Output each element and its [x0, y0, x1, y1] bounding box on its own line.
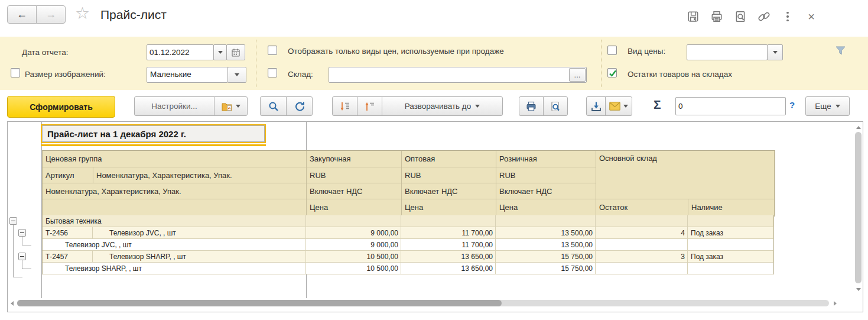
cell-wholesale[interactable]: 13 650,00 — [401, 251, 496, 263]
favorite-star-icon[interactable]: ☆ — [75, 4, 90, 23]
price-kind-input[interactable] — [687, 45, 767, 60]
only-sale-prices-checkbox[interactable] — [268, 46, 277, 55]
cell-retail[interactable]: 15 750,00 — [496, 251, 596, 263]
autosum-input[interactable] — [676, 98, 785, 115]
forward-button[interactable]: → — [36, 5, 66, 24]
print-button[interactable] — [519, 96, 544, 116]
cell-nomenclature[interactable]: Телевизор JVC, , шт — [43, 239, 306, 251]
header-stock[interactable]: Остаток — [596, 199, 688, 216]
cell-stock[interactable]: 4 — [596, 227, 688, 239]
report-date-dropdown-button[interactable] — [213, 44, 227, 60]
scroll-left-arrow[interactable] — [11, 301, 14, 306]
preview-icon[interactable] — [734, 10, 747, 23]
header-wholesale[interactable]: Оптовая — [402, 151, 496, 167]
cell-group-name[interactable]: Бытовая техника — [43, 215, 306, 227]
warehouse-input[interactable] — [329, 67, 568, 82]
cell-stock[interactable] — [596, 239, 688, 251]
cell-purchase[interactable]: 10 500,00 — [306, 251, 401, 263]
more-menu-icon[interactable] — [781, 10, 794, 23]
collapse-item-box[interactable] — [18, 229, 26, 237]
header-retail[interactable]: Розничная — [496, 151, 596, 167]
close-icon[interactable]: × — [805, 10, 818, 23]
print-icon[interactable] — [710, 10, 723, 23]
cell-availability[interactable] — [688, 215, 774, 227]
cell-nomenclature[interactable]: Телевизор SHARP, , шт — [43, 263, 306, 274]
cell-availability[interactable]: Под заказ — [688, 251, 774, 263]
search-next-button[interactable] — [286, 96, 313, 116]
cell-stock[interactable] — [596, 215, 688, 227]
header-nomenclature-2[interactable]: Номенклатура, Характеристика, Упак. — [43, 183, 307, 199]
cell-wholesale[interactable]: 13 650,00 — [401, 263, 496, 274]
settings-button[interactable]: Настройки... — [134, 96, 214, 116]
save-icon[interactable] — [687, 10, 700, 23]
cell-retail[interactable]: 13 500,00 — [496, 239, 596, 251]
header-article[interactable]: Артикул — [43, 167, 93, 183]
header-currency[interactable]: RUB — [402, 167, 496, 183]
header-price[interactable]: Цена — [496, 199, 596, 216]
price-kind-checkbox[interactable] — [607, 46, 617, 55]
cell-purchase[interactable]: 10 500,00 — [306, 263, 401, 274]
cell-availability[interactable]: Под заказ — [688, 227, 774, 239]
cell-wholesale[interactable]: 11 700,00 — [401, 239, 496, 251]
cell-purchase[interactable]: 9 000,00 — [306, 239, 401, 251]
scroll-down-arrow[interactable] — [856, 288, 861, 291]
scroll-up-arrow[interactable] — [856, 126, 861, 129]
autosum-icon[interactable]: Σ — [654, 98, 661, 112]
report-variants-button[interactable] — [214, 96, 248, 116]
cell-availability[interactable] — [688, 263, 774, 274]
header-price-group[interactable]: Ценовая группа — [43, 151, 307, 167]
help-icon[interactable]: ? — [789, 100, 795, 110]
header-price[interactable]: Цена — [402, 199, 496, 216]
header-vat[interactable]: Включает НДС — [402, 183, 496, 199]
cell-stock[interactable]: 3 — [596, 251, 688, 263]
collapse-groups-button[interactable] — [357, 96, 382, 116]
header-main-warehouse[interactable]: Основной склад — [596, 151, 775, 199]
price-kind-dropdown-button[interactable] — [767, 44, 783, 60]
image-size-dropdown-button[interactable] — [227, 67, 246, 83]
stock-balances-checkbox[interactable] — [607, 68, 617, 77]
header-availability[interactable]: Наличие — [688, 199, 775, 216]
header-purchase[interactable]: Закупочная — [307, 151, 402, 167]
expand-groups-button[interactable] — [332, 96, 357, 116]
print-preview-button[interactable] — [543, 96, 568, 116]
back-button[interactable]: ← — [7, 5, 37, 24]
cell-nomenclature[interactable]: Телевизор JVC, , шт — [93, 227, 306, 239]
header-vat[interactable]: Включает НДС — [307, 183, 402, 199]
send-email-button[interactable] — [605, 96, 632, 116]
horizontal-scrollbar-thumb[interactable] — [17, 300, 502, 306]
cell-retail[interactable]: 15 750,00 — [496, 263, 596, 274]
vertical-scrollbar-thumb[interactable] — [855, 132, 862, 283]
cell-article[interactable]: Т-2457 — [43, 251, 93, 263]
scroll-right-arrow[interactable] — [834, 301, 837, 306]
cell-retail[interactable]: 13 500,00 — [496, 227, 596, 239]
cell-article[interactable]: Т-2456 — [43, 227, 93, 239]
search-button[interactable] — [260, 96, 287, 116]
header-currency[interactable]: RUB — [307, 167, 402, 183]
header-currency[interactable]: RUB — [496, 167, 596, 183]
warehouse-choose-button[interactable]: ... — [569, 68, 586, 82]
report-date-input[interactable] — [147, 45, 213, 60]
collapse-item-box[interactable] — [18, 253, 26, 260]
collapse-group-box[interactable] — [9, 217, 17, 225]
image-size-combo[interactable]: Маленькие — [147, 67, 228, 83]
cell-wholesale[interactable]: 11 700,00 — [401, 227, 496, 239]
cell-retail[interactable] — [496, 215, 596, 227]
filter-settings-icon[interactable] — [834, 44, 847, 59]
header-price[interactable]: Цена — [307, 199, 402, 216]
warehouse-checkbox[interactable] — [268, 68, 277, 77]
expand-to-button[interactable]: Разворачивать до — [382, 96, 503, 116]
header-empty[interactable] — [43, 199, 307, 216]
report-title-cell[interactable]: Прайс-лист на 1 декабря 2022 г. — [42, 125, 265, 142]
save-file-button[interactable] — [586, 96, 606, 116]
image-size-checkbox[interactable] — [11, 68, 20, 77]
cell-availability[interactable] — [688, 239, 774, 251]
header-nomenclature[interactable]: Номенклатура, Характеристика, Упак. — [93, 167, 307, 183]
generate-button[interactable]: Сформировать — [7, 96, 115, 118]
cell-wholesale[interactable] — [401, 215, 496, 227]
report-date-calendar-button[interactable] — [226, 44, 245, 60]
cell-purchase[interactable]: 9 000,00 — [306, 227, 401, 239]
cell-nomenclature[interactable]: Телевизор SHARP, , шт — [93, 251, 306, 263]
cell-stock[interactable] — [596, 263, 688, 274]
header-vat[interactable]: Включает НДС — [496, 183, 596, 199]
cell-purchase[interactable] — [306, 215, 401, 227]
